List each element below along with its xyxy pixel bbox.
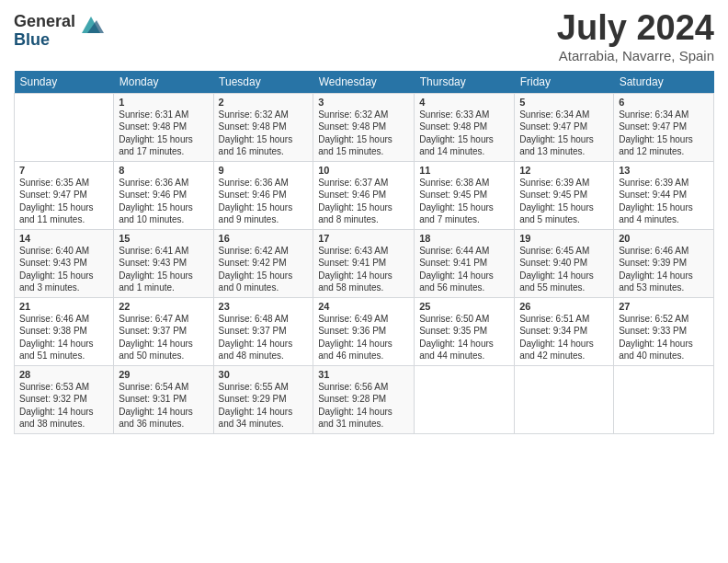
week-row-1: 7Sunrise: 6:35 AM Sunset: 9:47 PM Daylig… [15,161,714,229]
calendar-cell: 5Sunrise: 6:34 AM Sunset: 9:47 PM Daylig… [515,93,614,161]
day-info: Sunrise: 6:34 AM Sunset: 9:47 PM Dayligh… [619,109,709,158]
day-info: Sunrise: 6:32 AM Sunset: 9:48 PM Dayligh… [219,109,309,158]
day-number: 23 [219,301,309,312]
day-number: 15 [119,233,208,244]
day-number: 4 [419,97,509,108]
header: General Blue July 2024 Atarrabia, Navarr… [14,9,714,63]
calendar-table: SundayMondayTuesdayWednesdayThursdayFrid… [14,71,714,434]
day-info: Sunrise: 6:51 AM Sunset: 9:34 PM Dayligh… [519,313,609,362]
calendar-cell: 29Sunrise: 6:54 AM Sunset: 9:31 PM Dayli… [114,365,213,433]
calendar-cell [515,365,614,433]
day-info: Sunrise: 6:36 AM Sunset: 9:46 PM Dayligh… [219,177,309,226]
calendar-cell: 21Sunrise: 6:46 AM Sunset: 9:38 PM Dayli… [15,297,114,365]
calendar-cell: 14Sunrise: 6:40 AM Sunset: 9:43 PM Dayli… [15,229,114,297]
header-row: SundayMondayTuesdayWednesdayThursdayFrid… [15,71,714,94]
calendar-cell: 4Sunrise: 6:33 AM Sunset: 9:48 PM Daylig… [415,93,515,161]
logo: General Blue [14,13,104,50]
week-row-0: 1Sunrise: 6:31 AM Sunset: 9:48 PM Daylig… [15,93,714,161]
day-number: 24 [318,301,409,312]
logo-icon [78,13,104,39]
day-number: 12 [519,165,609,176]
day-info: Sunrise: 6:42 AM Sunset: 9:42 PM Dayligh… [219,245,309,294]
col-header-wednesday: Wednesday [313,71,415,94]
day-info: Sunrise: 6:39 AM Sunset: 9:44 PM Dayligh… [619,177,709,226]
calendar-cell [15,93,114,161]
calendar-cell: 10Sunrise: 6:37 AM Sunset: 9:46 PM Dayli… [313,161,415,229]
day-number: 8 [119,165,208,176]
calendar-cell: 20Sunrise: 6:46 AM Sunset: 9:39 PM Dayli… [614,229,714,297]
calendar-cell [415,365,515,433]
day-info: Sunrise: 6:32 AM Sunset: 9:48 PM Dayligh… [318,109,409,158]
calendar-cell: 31Sunrise: 6:56 AM Sunset: 9:28 PM Dayli… [313,365,415,433]
day-info: Sunrise: 6:40 AM Sunset: 9:43 PM Dayligh… [19,245,108,294]
calendar-cell: 11Sunrise: 6:38 AM Sunset: 9:45 PM Dayli… [415,161,515,229]
logo-text: General Blue [14,13,75,50]
calendar-cell: 28Sunrise: 6:53 AM Sunset: 9:32 PM Dayli… [15,365,114,433]
calendar-cell: 26Sunrise: 6:51 AM Sunset: 9:34 PM Dayli… [515,297,614,365]
day-number: 13 [619,165,709,176]
calendar-cell: 9Sunrise: 6:36 AM Sunset: 9:46 PM Daylig… [213,161,313,229]
title-block: July 2024 Atarrabia, Navarre, Spain [557,9,714,63]
calendar-cell: 16Sunrise: 6:42 AM Sunset: 9:42 PM Dayli… [213,229,313,297]
day-number: 17 [318,233,409,244]
day-number: 30 [219,369,309,380]
col-header-tuesday: Tuesday [213,71,313,94]
calendar-cell: 3Sunrise: 6:32 AM Sunset: 9:48 PM Daylig… [313,93,415,161]
logo-blue: Blue [14,31,75,50]
day-number: 28 [19,369,108,380]
location: Atarrabia, Navarre, Spain [557,48,714,63]
day-number: 31 [318,369,409,380]
day-number: 16 [219,233,309,244]
calendar-cell [614,365,714,433]
day-number: 5 [519,97,609,108]
calendar-cell: 17Sunrise: 6:43 AM Sunset: 9:41 PM Dayli… [313,229,415,297]
day-number: 14 [19,233,108,244]
calendar-cell: 27Sunrise: 6:52 AM Sunset: 9:33 PM Dayli… [614,297,714,365]
calendar-cell: 6Sunrise: 6:34 AM Sunset: 9:47 PM Daylig… [614,93,714,161]
col-header-saturday: Saturday [614,71,714,94]
calendar-cell: 19Sunrise: 6:45 AM Sunset: 9:40 PM Dayli… [515,229,614,297]
day-number: 11 [419,165,509,176]
day-number: 19 [519,233,609,244]
day-info: Sunrise: 6:33 AM Sunset: 9:48 PM Dayligh… [419,109,509,158]
day-info: Sunrise: 6:39 AM Sunset: 9:45 PM Dayligh… [519,177,609,226]
logo-general: General [14,13,75,31]
day-info: Sunrise: 6:52 AM Sunset: 9:33 PM Dayligh… [619,313,709,362]
calendar-cell: 22Sunrise: 6:47 AM Sunset: 9:37 PM Dayli… [114,297,213,365]
calendar-cell: 30Sunrise: 6:55 AM Sunset: 9:29 PM Dayli… [213,365,313,433]
day-info: Sunrise: 6:34 AM Sunset: 9:47 PM Dayligh… [519,109,609,158]
day-info: Sunrise: 6:31 AM Sunset: 9:48 PM Dayligh… [119,109,208,158]
day-number: 20 [619,233,709,244]
day-number: 9 [219,165,309,176]
day-info: Sunrise: 6:45 AM Sunset: 9:40 PM Dayligh… [519,245,609,294]
week-row-4: 28Sunrise: 6:53 AM Sunset: 9:32 PM Dayli… [15,365,714,433]
day-number: 3 [318,97,409,108]
calendar-cell: 2Sunrise: 6:32 AM Sunset: 9:48 PM Daylig… [213,93,313,161]
day-number: 29 [119,369,208,380]
day-number: 18 [419,233,509,244]
calendar-cell: 18Sunrise: 6:44 AM Sunset: 9:41 PM Dayli… [415,229,515,297]
month-title: July 2024 [557,9,714,48]
day-info: Sunrise: 6:55 AM Sunset: 9:29 PM Dayligh… [219,381,309,431]
day-info: Sunrise: 6:53 AM Sunset: 9:32 PM Dayligh… [19,381,108,431]
day-number: 10 [318,165,409,176]
day-number: 7 [19,165,108,176]
day-info: Sunrise: 6:50 AM Sunset: 9:35 PM Dayligh… [419,313,509,362]
calendar-cell: 25Sunrise: 6:50 AM Sunset: 9:35 PM Dayli… [415,297,515,365]
day-info: Sunrise: 6:38 AM Sunset: 9:45 PM Dayligh… [419,177,509,226]
calendar-cell: 7Sunrise: 6:35 AM Sunset: 9:47 PM Daylig… [15,161,114,229]
day-info: Sunrise: 6:37 AM Sunset: 9:46 PM Dayligh… [318,177,409,226]
col-header-sunday: Sunday [15,71,114,94]
day-info: Sunrise: 6:44 AM Sunset: 9:41 PM Dayligh… [419,245,509,294]
day-info: Sunrise: 6:54 AM Sunset: 9:31 PM Dayligh… [119,381,208,431]
week-row-2: 14Sunrise: 6:40 AM Sunset: 9:43 PM Dayli… [15,229,714,297]
page-container: General Blue July 2024 Atarrabia, Navarr… [0,0,728,443]
day-info: Sunrise: 6:48 AM Sunset: 9:37 PM Dayligh… [219,313,309,362]
col-header-monday: Monday [114,71,213,94]
day-info: Sunrise: 6:49 AM Sunset: 9:36 PM Dayligh… [318,313,409,362]
day-number: 25 [419,301,509,312]
week-row-3: 21Sunrise: 6:46 AM Sunset: 9:38 PM Dayli… [15,297,714,365]
day-number: 22 [119,301,208,312]
calendar-cell: 1Sunrise: 6:31 AM Sunset: 9:48 PM Daylig… [114,93,213,161]
day-info: Sunrise: 6:56 AM Sunset: 9:28 PM Dayligh… [318,381,409,431]
